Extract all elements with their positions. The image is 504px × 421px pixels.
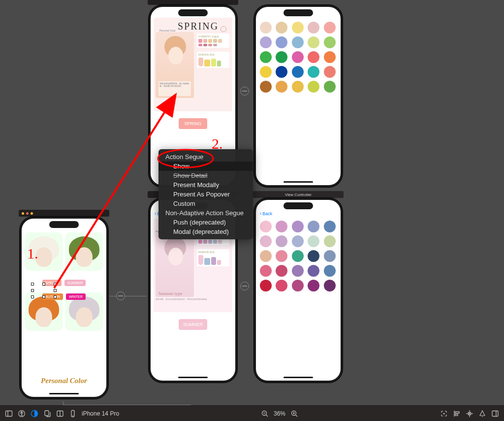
canvas-view-icon[interactable] — [56, 410, 64, 418]
segue-connector[interactable] — [240, 87, 249, 96]
ib-selection-handles — [32, 284, 55, 297]
color-swatch — [276, 22, 287, 33]
color-swatch — [308, 221, 319, 232]
viewcontroller-summer-palette[interactable]: ‹Back — [254, 198, 343, 383]
spring-title: SPRING — [178, 21, 219, 32]
color-swatch — [324, 221, 336, 232]
svg-line-15 — [266, 415, 268, 417]
segue-option-push-deprecated[interactable]: Push (deprecated) — [158, 218, 253, 227]
popover-section-header: Non-Adaptive Action Segue — [158, 208, 253, 218]
spring-button[interactable]: SPRING — [179, 118, 207, 129]
svg-point-7 — [21, 411, 22, 412]
segue-option-present-popover[interactable]: Present As Popover — [158, 190, 253, 199]
svg-line-18 — [296, 415, 298, 417]
color-swatch — [308, 66, 319, 78]
color-swatch — [292, 250, 304, 262]
segue-connector[interactable] — [116, 291, 125, 300]
segue-option-show[interactable]: Show — [158, 162, 253, 171]
cosmetic-card: COSMETIC 化妝品 — [197, 33, 229, 48]
color-swatch — [292, 36, 304, 48]
color-swatch — [276, 265, 287, 277]
vc-title-bar: View Controller — [253, 191, 344, 198]
spring-card: Personal Color SPRING 明亮活潑色調柔明亮，讓人精神煥發。適… — [154, 18, 232, 111]
page-title: Personal Color — [25, 377, 103, 385]
svg-rect-9 — [45, 411, 49, 416]
color-swatch — [308, 81, 319, 93]
color-swatch — [324, 265, 336, 277]
phone-notch — [178, 9, 208, 16]
fashion-card: FASHION 時尚 — [197, 249, 229, 266]
device-icon[interactable] — [69, 410, 77, 418]
color-swatch — [260, 81, 272, 93]
color-swatch — [292, 280, 304, 291]
color-swatch — [292, 51, 304, 63]
color-swatch — [324, 22, 336, 33]
zoom-in-icon[interactable] — [290, 410, 298, 418]
color-swatch — [308, 265, 319, 277]
svg-rect-23 — [455, 412, 459, 413]
color-swatch — [292, 265, 304, 277]
color-swatch — [276, 81, 287, 93]
winter-button[interactable]: WINTER — [66, 293, 86, 300]
color-swatch — [260, 235, 272, 247]
align-icon[interactable] — [453, 410, 461, 418]
color-swatch — [276, 36, 287, 48]
constraints-resolve-icon[interactable] — [478, 410, 486, 418]
color-swatch — [260, 66, 272, 78]
bounds-icon[interactable] — [440, 410, 448, 418]
segue-connector[interactable] — [240, 282, 249, 291]
segue-option-modal-deprecated[interactable]: Modal (deprecated) — [158, 227, 253, 236]
segue-option-present-modally[interactable]: Present Modally — [158, 180, 253, 190]
phone-notch — [284, 202, 313, 209]
spring-palette-grid — [260, 22, 337, 174]
zoom-out-icon[interactable] — [261, 410, 269, 418]
device-label[interactable]: iPhone 14 Pro — [82, 410, 119, 417]
color-swatch — [276, 280, 287, 291]
color-swatch — [260, 51, 272, 63]
svg-rect-24 — [455, 414, 458, 416]
color-swatch — [308, 280, 319, 291]
color-swatch — [276, 250, 287, 262]
fashion-card: FASHION 時尚 — [197, 52, 229, 68]
color-swatch — [276, 51, 287, 63]
color-swatch — [260, 22, 272, 33]
color-swatch — [308, 36, 319, 48]
phone-notch — [49, 221, 79, 228]
panel-toggle-icon[interactable] — [5, 410, 13, 418]
storyboard-canvas[interactable]: Personal Color SPRING 明亮活潑色調柔明亮，讓人精神煥發。適… — [0, 0, 504, 405]
color-swatch — [324, 36, 336, 48]
copy-icon[interactable] — [43, 410, 51, 418]
back-button[interactable]: ‹Back — [260, 211, 272, 216]
home-indicator — [49, 393, 79, 394]
color-swatch — [276, 66, 287, 78]
color-swatch — [324, 66, 336, 78]
segue-popover[interactable]: Action Segue Show Show Detail Present Mo… — [158, 149, 253, 239]
color-swatch — [292, 66, 304, 78]
home-indicator — [178, 377, 208, 378]
color-swatch — [324, 235, 336, 247]
viewcontroller-main[interactable]: SPRING SUMMER AUTUMN WINTER Personal Col… — [20, 217, 108, 399]
color-swatch — [324, 250, 336, 262]
chevron-left-icon: ‹ — [260, 211, 261, 216]
segue-option-show-detail[interactable]: Show Detail — [158, 171, 253, 180]
zoom-level[interactable]: 36% — [274, 410, 285, 417]
chevron-left-icon: ‹ — [155, 211, 156, 216]
color-swatch — [292, 235, 304, 247]
scene-header-bar[interactable] — [19, 210, 109, 217]
color-swatch — [260, 221, 272, 232]
viewcontroller-spring-palette[interactable] — [254, 5, 343, 187]
accessibility-icon[interactable] — [18, 410, 26, 418]
embed-icon[interactable] — [491, 410, 499, 418]
summer-palette-grid — [260, 221, 337, 370]
segue-option-custom[interactable]: Custom — [158, 199, 253, 208]
zoom-controls: 36% — [261, 410, 298, 418]
color-swatch — [308, 51, 319, 63]
svg-point-21 — [443, 413, 444, 414]
home-indicator — [284, 181, 313, 183]
color-swatch — [308, 250, 319, 262]
svg-rect-4 — [6, 411, 12, 416]
constraints-add-icon[interactable] — [466, 410, 473, 418]
focus-mode-icon[interactable] — [31, 410, 38, 418]
summer-button[interactable]: SUMMER — [64, 280, 86, 286]
summer-button[interactable]: SUMMER — [179, 319, 207, 330]
